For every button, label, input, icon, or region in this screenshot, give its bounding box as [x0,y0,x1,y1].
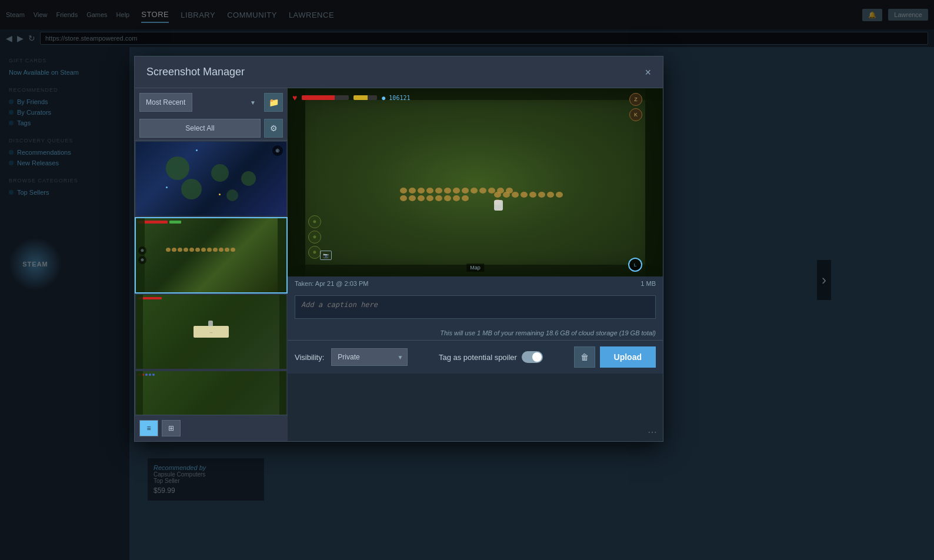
map-label: Map [466,264,484,272]
camera-icon: 📷 [320,251,332,260]
spoiler-toggle[interactable] [522,351,543,363]
hud-ability-1: Z [629,93,642,106]
modal-footer-dots: ⋯ [648,426,657,438]
hud-heart-icon: ♥ [292,93,297,102]
folder-button[interactable]: 📁 [264,93,283,112]
list-view-button[interactable]: ≡ [139,420,158,436]
folder-icon: 📁 [269,98,279,107]
modal-title: Screenshot Manager [146,66,245,78]
visibility-label: Visibility: [295,353,324,362]
trash-icon: 🗑 [581,352,589,362]
select-all-bar: Select All ⚙ [135,116,288,141]
sort-dropdown[interactable]: Most Recent [139,93,192,112]
hud-pot3: ⊕ [308,246,321,259]
screenshots-scroll[interactable]: ⊕ [135,141,288,415]
sort-dropdown-arrow: ▼ [250,99,256,106]
player-character [494,200,503,211]
hud-hp-bar [302,95,349,100]
preview-image-container: ♥ ● 106121 Z K [288,88,663,276]
caption-area [288,291,663,326]
screenshot-thumb-4[interactable] [135,370,288,415]
list-view-icon: ≡ [146,424,151,432]
select-all-button[interactable]: Select All [139,119,261,138]
modal-header: Screenshot Manager × [135,56,663,88]
modal-close-button[interactable]: × [645,67,651,78]
thumb2-icon2: ⊕ [138,256,146,264]
screenshot-thumb-2[interactable]: ⊕ ⊕ [135,217,288,294]
enemy-cluster-2 [494,192,565,205]
hud-armor-fill [353,95,368,100]
toggle-knob [532,352,542,362]
action-buttons: 🗑 Upload [574,346,656,368]
storage-info-text: This will use 1 MB of your remaining 18.… [440,329,656,336]
hud-level-icon: L [628,258,642,272]
settings-icon: ⚙ [270,124,278,133]
sort-dropdown-wrapper: Most Recent ▼ [139,93,261,112]
hud-armor-bar [353,95,377,100]
taken-date: Taken: Apr 21 @ 2:03 PM [295,280,369,287]
settings-button[interactable]: ⚙ [264,119,283,138]
left-hud-bottom: ⊕ ⊕ ⊕ [308,215,321,259]
preview-hud: ♥ ● 106121 [288,88,663,107]
upload-button[interactable]: Upload [600,346,656,368]
hud-pot1: ⊕ [308,215,321,228]
list-view-controls: ≡ ⊞ [135,415,288,441]
delete-button[interactable]: 🗑 [574,346,595,368]
tree-border-right [645,88,663,276]
grid-view-icon: ⊞ [168,424,174,432]
screenshot-thumb-1[interactable]: ⊕ [135,141,288,217]
storage-info: This will use 1 MB of your remaining 18.… [288,326,663,340]
grid-view-button[interactable]: ⊞ [162,420,181,436]
modal-body: Most Recent ▼ 📁 Select All ⚙ [135,88,663,441]
right-hud: Z K [629,93,642,121]
screenshot-thumb-3[interactable]: ... [135,294,288,370]
hud-hp-fill [302,95,335,100]
hud-score: ● 106121 [382,95,410,101]
caption-input[interactable] [295,295,656,319]
hud-pot2: ⊕ [308,231,321,244]
visibility-select-wrapper: Private Public Friends Only ▼ [331,348,408,366]
thumb-icon-1: ⊕ [272,145,283,156]
tree-border-left [288,88,305,276]
thumb2-icon: ⊕ [138,246,146,255]
preview-info-bar: Taken: Apr 21 @ 2:03 PM 1 MB [288,276,663,291]
spoiler-label: Tag as potential spoiler [439,353,517,362]
preview-panel: ♥ ● 106121 Z K [288,88,663,441]
visibility-row: Visibility: Private Public Friends Only … [295,348,408,366]
screenshot-manager-modal: Screenshot Manager × Most Recent ▼ 📁 Se [134,56,663,442]
list-toolbar: Most Recent ▼ 📁 [135,88,288,116]
visibility-select[interactable]: Private Public Friends Only [331,348,408,366]
spoiler-row: Tag as potential spoiler [439,351,543,363]
hud-ability-2: K [629,108,642,121]
file-size: 1 MB [641,280,656,287]
screenshot-list-panel: Most Recent ▼ 📁 Select All ⚙ [135,88,288,441]
border-vignette [288,88,663,276]
upload-controls: Visibility: Private Public Friends Only … [288,340,663,374]
